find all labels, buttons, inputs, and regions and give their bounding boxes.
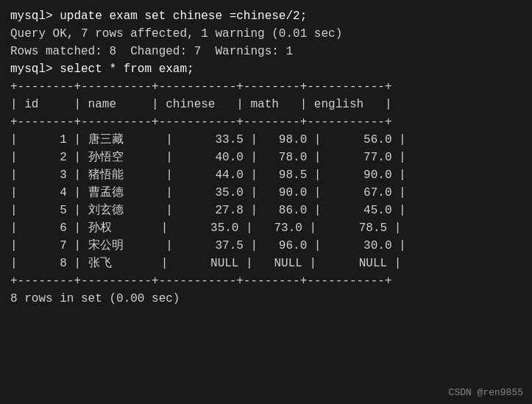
table-row: | 7 | 宋公明 | 37.5 | 96.0 | 30.0 | (10, 237, 522, 255)
command-line-1: mysql> update exam set chinese =chinese/… (10, 7, 522, 25)
table-body: | 1 | 唐三藏 | 33.5 | 98.0 | 56.0 | | 2 | 孙… (10, 131, 522, 272)
table-header-border: +--------+----------+-----------+-------… (10, 113, 522, 131)
table-header: | id | name | chinese | math | english | (10, 96, 522, 113)
output-line-2: Rows matched: 8 Changed: 7 Warnings: 1 (10, 43, 522, 60)
watermark: CSDN @ren9855 (449, 387, 523, 398)
terminal: mysql> update exam set chinese =chinese/… (10, 7, 522, 308)
table-row: | 1 | 唐三藏 | 33.5 | 98.0 | 56.0 | (10, 131, 522, 149)
footer-line: 8 rows in set (0.00 sec) (10, 290, 522, 308)
table-row: | 5 | 刘玄德 | 27.8 | 86.0 | 45.0 | (10, 202, 522, 219)
table-bottom-border: +--------+----------+-----------+-------… (10, 272, 522, 290)
output-line-1: Query OK, 7 rows affected, 1 warning (0.… (10, 25, 522, 43)
table-top-border: +--------+----------+-----------+-------… (10, 78, 522, 96)
table-row: | 4 | 曹孟德 | 35.0 | 90.0 | 67.0 | (10, 184, 522, 202)
table-row: | 3 | 猪悟能 | 44.0 | 98.5 | 90.0 | (10, 166, 522, 184)
table-row: | 8 | 张飞 | NULL | NULL | NULL | (10, 255, 522, 272)
command-line-2: mysql> select * from exam; (10, 60, 522, 78)
table-row: | 2 | 孙悟空 | 40.0 | 78.0 | 77.0 | (10, 149, 522, 166)
table-row: | 6 | 孙权 | 35.0 | 73.0 | 78.5 | (10, 219, 522, 237)
